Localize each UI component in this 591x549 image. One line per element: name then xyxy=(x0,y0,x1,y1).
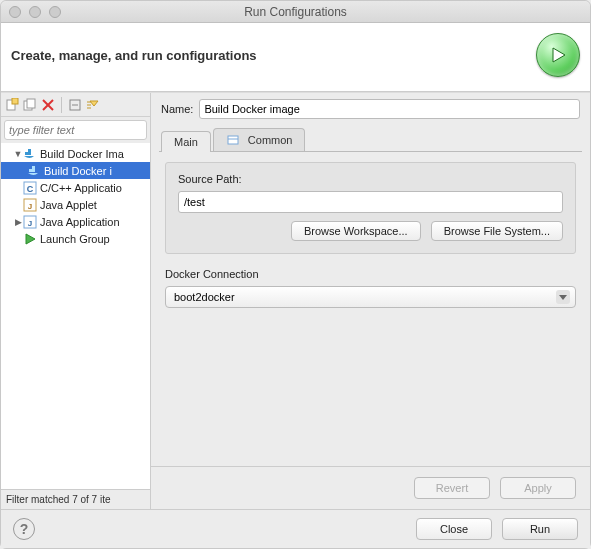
svg-rect-14 xyxy=(28,152,31,155)
tree-item-label: Launch Group xyxy=(40,233,110,245)
titlebar: Run Configurations xyxy=(1,1,590,23)
c-app-icon: C xyxy=(23,181,37,195)
chevron-down-icon xyxy=(556,290,570,304)
svg-rect-17 xyxy=(32,169,35,172)
new-config-icon[interactable] xyxy=(5,98,19,112)
tree-item-label: Java Applet xyxy=(40,199,97,211)
svg-text:C: C xyxy=(27,184,34,194)
filter-status: Filter matched 7 of 7 ite xyxy=(1,489,150,509)
tree-item-label: Java Application xyxy=(40,216,120,228)
tab-common[interactable]: Common xyxy=(213,128,306,151)
sidebar: ▼ Build Docker Ima Build Docker i C C/C+… xyxy=(1,93,151,509)
run-icon xyxy=(536,33,580,77)
tree-item-cpp-application[interactable]: C C/C++ Applicatio xyxy=(1,179,150,196)
form-area: Source Path: Browse Workspace... Browse … xyxy=(151,152,590,466)
svg-marker-28 xyxy=(559,295,567,300)
filter-box xyxy=(1,117,150,143)
svg-rect-2 xyxy=(12,98,18,104)
revert-button[interactable]: Revert xyxy=(414,477,490,499)
tree-item-label: Build Docker Ima xyxy=(40,148,124,160)
docker-icon xyxy=(27,164,41,178)
page-title: Create, manage, and run configurations xyxy=(11,48,257,63)
svg-marker-25 xyxy=(26,234,35,244)
close-button[interactable]: Close xyxy=(416,518,492,540)
tabbar: Main Common xyxy=(151,125,590,151)
filter-icon[interactable] xyxy=(86,98,100,112)
collapse-all-icon[interactable] xyxy=(68,98,82,112)
svg-rect-26 xyxy=(228,136,238,144)
svg-rect-16 xyxy=(29,169,32,172)
svg-marker-9 xyxy=(90,101,98,106)
tree-item-label: C/C++ Applicatio xyxy=(40,182,122,194)
java-app-icon: J xyxy=(23,215,37,229)
docker-icon xyxy=(23,147,37,161)
launch-group-icon xyxy=(23,232,37,246)
tab-main-label: Main xyxy=(174,136,198,148)
tab-main[interactable]: Main xyxy=(161,131,211,152)
minimize-window-button[interactable] xyxy=(29,6,41,18)
svg-text:J: J xyxy=(28,202,32,211)
java-applet-icon: J xyxy=(23,198,37,212)
tree-item-launch-group[interactable]: Launch Group xyxy=(1,230,150,247)
svg-rect-15 xyxy=(28,149,31,152)
delete-config-icon[interactable] xyxy=(41,98,55,112)
close-window-button[interactable] xyxy=(9,6,21,18)
disclosure-triangle-open-icon[interactable]: ▼ xyxy=(13,149,23,159)
zoom-window-button[interactable] xyxy=(49,6,61,18)
svg-rect-13 xyxy=(25,152,28,155)
docker-connection-value: boot2docker xyxy=(174,291,235,303)
name-input[interactable] xyxy=(199,99,580,119)
name-label: Name: xyxy=(161,103,193,115)
source-path-buttons: Browse Workspace... Browse File System..… xyxy=(178,221,563,241)
name-row: Name: xyxy=(151,93,590,125)
svg-marker-0 xyxy=(553,48,565,62)
config-tree[interactable]: ▼ Build Docker Ima Build Docker i C C/C+… xyxy=(1,143,150,489)
window-controls xyxy=(9,6,61,18)
svg-text:J: J xyxy=(28,219,32,228)
source-path-label: Source Path: xyxy=(178,173,563,185)
details-panel: Name: Main Common Source Path: Bro xyxy=(151,93,590,509)
docker-connection-label: Docker Connection xyxy=(165,268,576,280)
run-configurations-window: Run Configurations Create, manage, and r… xyxy=(0,0,591,549)
tree-item-java-application[interactable]: ▶ J Java Application xyxy=(1,213,150,230)
window-title: Run Configurations xyxy=(1,5,590,19)
tab-common-label: Common xyxy=(248,134,293,146)
body: ▼ Build Docker Ima Build Docker i C C/C+… xyxy=(1,92,590,509)
sidebar-toolbar xyxy=(1,93,150,117)
help-icon[interactable]: ? xyxy=(13,518,35,540)
apply-button[interactable]: Apply xyxy=(500,477,576,499)
filter-input[interactable] xyxy=(4,120,147,140)
docker-connection-select[interactable]: boot2docker xyxy=(165,286,576,308)
svg-rect-4 xyxy=(27,99,35,108)
tree-item-build-docker-image[interactable]: Build Docker i xyxy=(1,162,150,179)
source-path-input[interactable] xyxy=(178,191,563,213)
footer: ? Close Run xyxy=(1,509,590,548)
tree-item-java-applet[interactable]: J Java Applet xyxy=(1,196,150,213)
footer-buttons: Close Run xyxy=(416,518,578,540)
common-tab-icon xyxy=(226,133,240,147)
header: Create, manage, and run configurations xyxy=(1,23,590,92)
browse-filesystem-button[interactable]: Browse File System... xyxy=(431,221,563,241)
docker-connection-section: Docker Connection boot2docker xyxy=(165,268,576,308)
svg-rect-18 xyxy=(32,166,35,169)
duplicate-config-icon[interactable] xyxy=(23,98,37,112)
source-path-group: Source Path: Browse Workspace... Browse … xyxy=(165,162,576,254)
revert-apply-row: Revert Apply xyxy=(151,466,590,509)
disclosure-triangle-closed-icon[interactable]: ▶ xyxy=(13,217,23,227)
toolbar-separator xyxy=(61,97,62,113)
browse-workspace-button[interactable]: Browse Workspace... xyxy=(291,221,421,241)
tree-item-label: Build Docker i xyxy=(44,165,112,177)
tree-item-build-docker-image-type[interactable]: ▼ Build Docker Ima xyxy=(1,145,150,162)
run-button[interactable]: Run xyxy=(502,518,578,540)
